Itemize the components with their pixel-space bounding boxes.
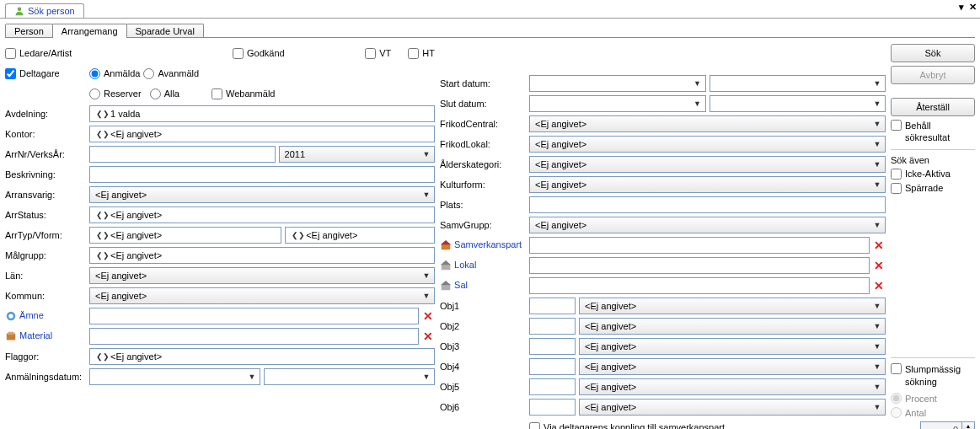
samverkanspart-clear[interactable]: ✕ xyxy=(873,239,886,252)
obj1-dropdown[interactable]: <Ej angivet>▼ xyxy=(579,298,886,314)
startdatum-from[interactable]: ▼ xyxy=(529,75,706,92)
avanmald-radio[interactable]: Avanmäld xyxy=(143,68,199,79)
obj1-label: Obj1 xyxy=(440,301,529,311)
obj1-input[interactable] xyxy=(529,298,576,314)
slump-spinner[interactable]: ▲▼ xyxy=(891,421,975,429)
tab-person[interactable]: Person xyxy=(5,24,53,38)
amne-clear[interactable]: ✕ xyxy=(422,309,435,323)
lokal-input[interactable] xyxy=(529,257,870,274)
slump-checkbox[interactable]: Slumpmässig sökning xyxy=(891,363,975,388)
arrnr-input[interactable] xyxy=(89,146,276,163)
sparrade-checkbox[interactable]: Spärrade xyxy=(891,183,975,194)
via-deltagarens-checkbox[interactable]: Via deltagarens koppling till samverkans… xyxy=(529,422,725,430)
kommun-dropdown[interactable]: <Ej angivet>▼ xyxy=(89,287,435,304)
obj5-dropdown[interactable]: <Ej angivet>▼ xyxy=(579,378,886,395)
slutdatum-to[interactable]: ▼ xyxy=(710,95,886,112)
obj6-dropdown[interactable]: <Ej angivet>▼ xyxy=(579,399,886,416)
samverkanspart-icon xyxy=(440,239,452,251)
anmdatum-to[interactable]: ▼ xyxy=(264,368,435,385)
frikodcentral-label: FrikodCentral: xyxy=(440,119,529,129)
kontor-dropdown[interactable]: ❮❯<Ej angivet> xyxy=(89,126,435,142)
obj6-label: Obj6 xyxy=(440,402,529,412)
antal-radio[interactable]: Antal xyxy=(891,407,975,418)
lan-label: Län: xyxy=(5,271,89,281)
beskrivning-input[interactable] xyxy=(89,166,435,183)
amne-link[interactable]: Ämne xyxy=(19,310,44,320)
vt-checkbox[interactable]: VT xyxy=(365,48,391,59)
slutdatum-from[interactable]: ▼ xyxy=(529,95,706,112)
malgrupp-label: Målgrupp: xyxy=(5,250,89,260)
material-input[interactable] xyxy=(89,328,419,345)
sal-input[interactable] xyxy=(529,277,870,294)
flaggor-label: Flaggor: xyxy=(5,351,89,362)
obj2-dropdown[interactable]: <Ej angivet>▼ xyxy=(579,318,886,335)
anmalda-radio[interactable]: Anmälda xyxy=(89,68,140,79)
sal-link[interactable]: Sal xyxy=(454,280,468,290)
deltagare-checkbox[interactable]: Deltagare xyxy=(5,68,89,79)
window-tab[interactable]: Sök person xyxy=(5,3,84,18)
tab-arrangemang[interactable]: Arrangemang xyxy=(52,24,127,38)
avbryt-button[interactable]: Avbryt xyxy=(891,66,975,84)
close-button[interactable]: ✕ xyxy=(969,2,977,13)
svg-rect-4 xyxy=(8,332,14,335)
svg-marker-6 xyxy=(441,240,451,244)
plats-label: Plats: xyxy=(440,200,529,210)
lan-dropdown[interactable]: <Ej angivet>▼ xyxy=(89,267,435,284)
arransvarig-dropdown[interactable]: <Ej angivet>▼ xyxy=(89,186,435,203)
material-clear[interactable]: ✕ xyxy=(422,330,435,343)
svg-marker-8 xyxy=(441,260,451,265)
svg-marker-10 xyxy=(441,281,451,285)
material-link[interactable]: Material xyxy=(19,330,52,341)
minimize-button[interactable]: ▾ xyxy=(959,2,964,13)
behall-checkbox[interactable]: Behåll sökresultat xyxy=(891,120,975,144)
icke-aktiva-checkbox[interactable]: Icke-Aktiva xyxy=(891,169,975,180)
lokal-clear[interactable]: ✕ xyxy=(873,259,886,272)
anmdatum-from[interactable]: ▼ xyxy=(89,368,260,385)
obj3-input[interactable] xyxy=(529,338,576,355)
amne-input[interactable] xyxy=(89,308,419,324)
frikodcentral-dropdown[interactable]: <Ej angivet>▼ xyxy=(529,115,886,132)
tab-sparade-urval[interactable]: Sparade Urval xyxy=(126,24,204,38)
samverkanspart-input[interactable] xyxy=(529,237,870,254)
obj2-label: Obj2 xyxy=(440,321,529,331)
sok-button[interactable]: Sök xyxy=(891,44,975,62)
svg-rect-9 xyxy=(442,284,451,290)
flaggor-dropdown[interactable]: ❮❯<Ej angivet> xyxy=(89,348,435,365)
beskrivning-label: Beskrivning: xyxy=(5,169,89,180)
samvgrupp-label: SamvGrupp: xyxy=(440,220,529,230)
obj4-input[interactable] xyxy=(529,358,576,375)
alla-radio[interactable]: Alla xyxy=(150,88,179,99)
obj4-dropdown[interactable]: <Ej angivet>▼ xyxy=(579,358,886,375)
arrtyp-dropdown[interactable]: ❮❯<Ej angivet> xyxy=(89,227,281,244)
samverkanspart-link[interactable]: Samverkanspart xyxy=(454,239,522,249)
alderskategori-dropdown[interactable]: <Ej angivet>▼ xyxy=(529,156,886,173)
obj5-input[interactable] xyxy=(529,378,576,395)
avdelning-dropdown[interactable]: ❮❯1 valda xyxy=(89,105,435,122)
procent-radio[interactable]: Procent xyxy=(891,393,975,404)
verksar-dropdown[interactable]: 2011▼ xyxy=(279,146,435,163)
obj5-label: Obj5 xyxy=(440,382,529,392)
kulturform-dropdown[interactable]: <Ej angivet>▼ xyxy=(529,176,886,193)
malgrupp-dropdown[interactable]: ❮❯<Ej angivet> xyxy=(89,247,435,264)
amne-icon xyxy=(5,310,17,322)
arrstatus-dropdown[interactable]: ❮❯<Ej angivet> xyxy=(89,206,435,223)
vform-dropdown[interactable]: ❮❯<Ej angivet> xyxy=(285,227,435,244)
aterstall-button[interactable]: Återställ xyxy=(891,98,975,116)
webanmald-checkbox[interactable]: Webanmäld xyxy=(212,88,276,99)
obj6-input[interactable] xyxy=(529,399,576,416)
startdatum-to[interactable]: ▼ xyxy=(710,75,886,92)
obj3-dropdown[interactable]: <Ej angivet>▼ xyxy=(579,338,886,355)
svg-point-2 xyxy=(8,314,13,318)
svg-point-0 xyxy=(18,8,22,12)
ledare-artist-checkbox[interactable]: Ledare/Artist xyxy=(5,48,89,59)
plats-input[interactable] xyxy=(529,196,886,213)
sal-clear[interactable]: ✕ xyxy=(873,279,886,292)
obj2-input[interactable] xyxy=(529,318,576,335)
godkand-checkbox[interactable]: Godkänd xyxy=(233,48,285,59)
reserver-radio[interactable]: Reserver xyxy=(89,88,142,99)
frikodlokal-dropdown[interactable]: <Ej angivet>▼ xyxy=(529,136,886,153)
samvgrupp-dropdown[interactable]: <Ej angivet>▼ xyxy=(529,217,886,233)
inner-tabs: Person Arrangemang Sparade Urval xyxy=(0,19,980,38)
lokal-link[interactable]: Lokal xyxy=(454,260,476,270)
ht-checkbox[interactable]: HT xyxy=(408,48,435,59)
